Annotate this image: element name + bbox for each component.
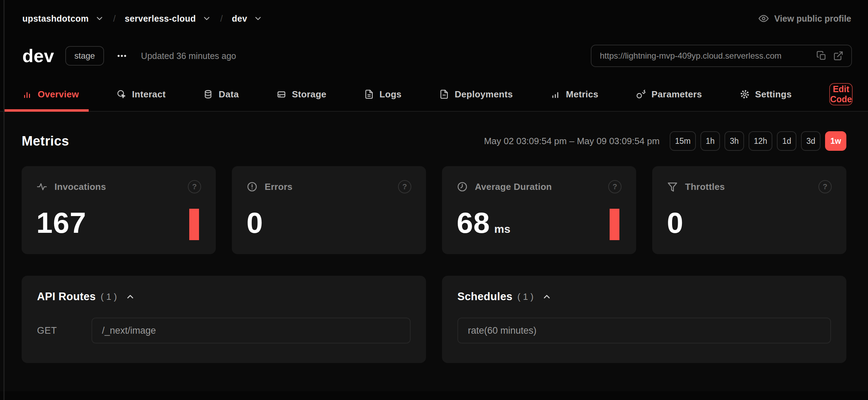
external-link-icon[interactable] — [833, 51, 844, 61]
schedule-row: rate(60 minutes) — [457, 318, 831, 343]
stage-badge: stage — [65, 46, 104, 66]
collapse-button[interactable] — [542, 292, 552, 302]
tab-label: Overview — [38, 89, 79, 100]
schedule-rate-box: rate(60 minutes) — [457, 318, 831, 343]
tab-label: Interact — [132, 89, 165, 100]
breadcrumb-separator: / — [220, 13, 223, 24]
file-text-icon — [364, 89, 374, 99]
tab-data[interactable]: Data — [203, 89, 239, 100]
view-public-profile-link[interactable]: View public profile — [758, 13, 851, 24]
tab-label: Deployments — [455, 89, 513, 100]
overview-content: Metrics May 02 03:09:54 pm – May 09 03:0… — [0, 112, 868, 391]
page-title: dev — [22, 45, 54, 66]
view-public-profile-label: View public profile — [774, 14, 851, 24]
active-tab-underline — [4, 109, 89, 112]
app-header: dev stage Updated 36 minutes ago https:/… — [0, 43, 868, 68]
breadcrumb-app-dropdown[interactable]: serverless-cloud — [125, 14, 211, 24]
chevron-down-icon — [202, 14, 211, 23]
metric-label: Throttles — [685, 182, 725, 192]
range-button-1w[interactable]: 1w — [825, 131, 846, 151]
copy-icon[interactable] — [816, 51, 827, 61]
metric-value: 167 — [36, 208, 86, 237]
tab-bar: Overview Interact Data Storage Logs Depl… — [0, 77, 868, 112]
key-icon — [636, 89, 646, 99]
tab-storage[interactable]: Storage — [277, 89, 326, 100]
more-options-button[interactable] — [115, 49, 129, 63]
breadcrumb-app-label: serverless-cloud — [125, 14, 196, 24]
help-icon[interactable]: ? — [608, 180, 621, 193]
cursor-click-icon — [117, 89, 126, 99]
metric-cards: Invocations ? 167 Errors ? 0 — [22, 166, 846, 254]
date-range-text: May 02 03:09:54 pm – May 09 03:09:54 pm — [484, 136, 660, 147]
updated-timestamp: Updated 36 minutes ago — [141, 51, 236, 61]
tab-label: Logs — [380, 89, 402, 100]
metric-unit: ms — [494, 223, 510, 236]
metric-value: 68 — [457, 208, 490, 237]
route-path: /_next/image — [102, 325, 156, 336]
tab-label: Metrics — [566, 89, 598, 100]
metric-label: Average Duration — [475, 182, 552, 192]
chevron-down-icon — [95, 14, 104, 23]
api-routes-card: API Routes ( 1 ) GET /_next/image — [22, 276, 426, 363]
tab-metrics[interactable]: Metrics — [551, 89, 598, 100]
metric-label: Invocations — [54, 182, 106, 192]
sparkline-bar — [189, 209, 199, 240]
tab-parameters[interactable]: Parameters — [636, 89, 702, 100]
tab-overview[interactable]: Overview — [22, 89, 79, 100]
schedule-rate: rate(60 minutes) — [468, 325, 537, 336]
tab-deployments[interactable]: Deployments — [439, 89, 513, 100]
alert-circle-icon — [247, 181, 258, 192]
tab-label: Storage — [292, 89, 326, 100]
api-routes-title: API Routes — [37, 290, 96, 303]
route-row: GET /_next/image — [37, 318, 411, 343]
tab-label: Parameters — [652, 89, 702, 100]
range-button-1d[interactable]: 1d — [777, 131, 796, 151]
file-minus-icon — [439, 89, 449, 99]
help-icon[interactable]: ? — [818, 180, 832, 193]
errors-card: Errors ? 0 — [232, 166, 426, 254]
metrics-heading: Metrics — [22, 134, 69, 149]
tab-interact[interactable]: Interact — [117, 89, 165, 100]
range-button-12h[interactable]: 12h — [749, 131, 772, 151]
collapse-button[interactable] — [125, 292, 135, 302]
chevron-up-icon — [125, 292, 135, 302]
metric-value: 0 — [247, 208, 263, 237]
tab-label: Data — [219, 89, 239, 100]
route-path-box: /_next/image — [91, 318, 411, 343]
app-url: https://lightning-mvp-409yp.cloud.server… — [600, 51, 816, 61]
chevron-down-icon — [253, 14, 263, 23]
storage-drive-icon — [277, 89, 286, 99]
routes-schedules-row: API Routes ( 1 ) GET /_next/image Schedu… — [22, 276, 846, 363]
throttles-card: Throttles ? 0 — [652, 166, 846, 254]
app-url-box: https://lightning-mvp-409yp.cloud.server… — [591, 45, 852, 67]
range-button-3h[interactable]: 3h — [724, 131, 744, 151]
range-button-15m[interactable]: 15m — [670, 131, 696, 151]
activity-icon — [36, 181, 47, 192]
database-icon — [203, 89, 213, 99]
breadcrumb-separator: / — [113, 13, 116, 24]
help-icon[interactable]: ? — [398, 180, 411, 193]
breadcrumb-org-label: upstashdotcom — [22, 14, 89, 24]
breadcrumb-instance-label: dev — [232, 14, 247, 24]
bar-chart-icon — [22, 89, 32, 99]
metric-value: 0 — [667, 208, 684, 237]
gear-icon — [740, 89, 750, 99]
sparkline-bar — [610, 209, 619, 240]
tab-settings[interactable]: Settings — [740, 89, 792, 100]
tab-logs[interactable]: Logs — [364, 89, 402, 100]
bar-chart-icon — [551, 89, 560, 99]
schedules-count: ( 1 ) — [517, 291, 534, 302]
average-duration-card: Average Duration ? 68 ms — [442, 166, 636, 254]
breadcrumb-instance-dropdown[interactable]: dev — [232, 14, 263, 24]
help-icon[interactable]: ? — [188, 180, 201, 193]
range-button-3d[interactable]: 3d — [801, 131, 821, 151]
edit-code-button[interactable]: Edit Code — [829, 83, 853, 105]
api-routes-count: ( 1 ) — [101, 291, 117, 302]
range-button-1h[interactable]: 1h — [700, 131, 720, 151]
page-left-border — [3, 0, 5, 400]
breadcrumb-org-dropdown[interactable]: upstashdotcom — [22, 14, 104, 24]
metrics-header: Metrics May 02 03:09:54 pm – May 09 03:0… — [22, 112, 846, 151]
schedules-title: Schedules — [457, 290, 513, 303]
invocations-card: Invocations ? 167 — [22, 166, 216, 254]
eye-icon — [758, 13, 769, 24]
